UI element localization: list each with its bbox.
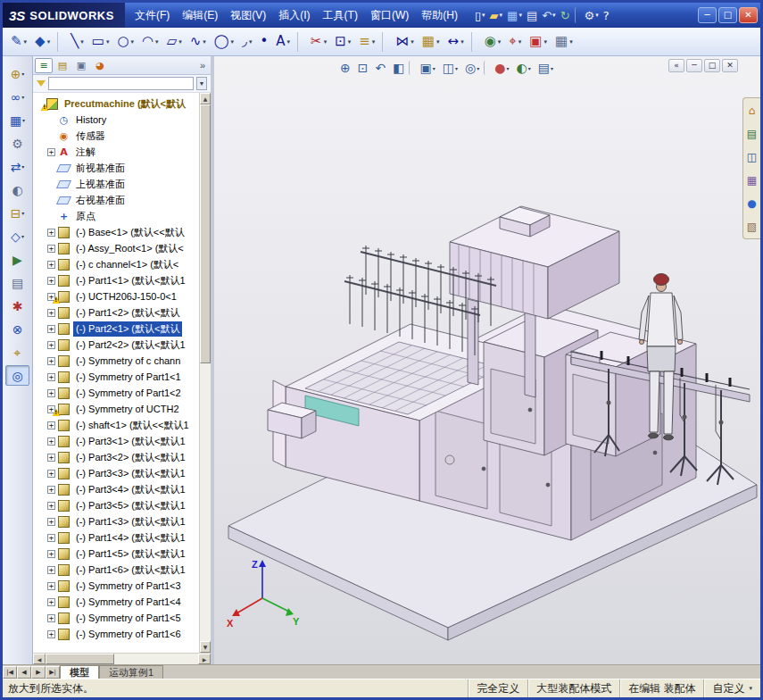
expander-icon[interactable]: +: [47, 245, 55, 253]
window-button-minimize[interactable]: ─: [698, 7, 717, 23]
assembly-tool-show-hidden-components[interactable]: ◐ ▾: [5, 179, 29, 200]
titlebar-tool-options[interactable]: ⚙ ▾: [583, 5, 601, 25]
sketch-tool-spline[interactable]: ∿ ▾: [187, 30, 210, 54]
assembly-tool-new-motion-study[interactable]: ▶ ▾: [5, 249, 29, 270]
menu-edit[interactable]: 编辑(E): [176, 3, 224, 28]
titlebar-tool-open[interactable]: ▰ ▾: [488, 5, 505, 25]
panel-tab-featuremanager-tree[interactable]: ≡: [35, 58, 53, 73]
tree-item-part1-3[interactable]: + (-) Part1<3> (默认<默认1: [36, 513, 198, 529]
tree-item-part3-4[interactable]: + (-) Part3<4> (默认<默认1: [36, 481, 198, 497]
expander-icon[interactable]: +: [47, 438, 55, 446]
expander-icon[interactable]: +: [47, 614, 55, 622]
tab-scroll-next[interactable]: ▶: [31, 666, 46, 679]
tree-item-sym-part1-2[interactable]: + (-) Symmetry of Part1<2: [36, 385, 198, 401]
view-tool-display-style[interactable]: ◫ ▾: [440, 59, 460, 77]
tree-item-origin[interactable]: + 原点: [36, 208, 198, 224]
assembly-tool-assembly-features[interactable]: ⊟ ▾: [5, 203, 29, 223]
panel-tab-displaymanager[interactable]: ◕: [91, 58, 109, 73]
expander-icon[interactable]: +: [47, 598, 55, 606]
expander-icon[interactable]: +: [47, 373, 55, 381]
assembly-tool-reference-geometry[interactable]: ◇ ▾: [5, 226, 29, 246]
tree-item-c-channel-1[interactable]: + (-) c channel<1> (默认<: [36, 256, 198, 272]
tree-item-front-plane[interactable]: + 前视基准面: [36, 160, 198, 176]
expander-icon[interactable]: +: [47, 566, 55, 574]
panel-tab-propertymanager[interactable]: ▤: [54, 58, 71, 73]
tree-item-right-plane[interactable]: + 右视基准面: [36, 192, 198, 208]
sketch-tool-display-relations[interactable]: ◉ ▾: [481, 30, 505, 54]
taskpane-tab-view-palette[interactable]: ▦: [744, 171, 759, 188]
expander-icon[interactable]: +: [47, 357, 55, 365]
panel-tabs-overflow[interactable]: »: [196, 60, 209, 71]
sketch-tool-trim-entities[interactable]: ✂ ▾: [307, 30, 330, 54]
sketch-tool-corner-rectangle[interactable]: ▭ ▾: [88, 30, 113, 54]
expander-icon[interactable]: +: [47, 421, 55, 429]
sketch-tool-linear-sketch-pattern[interactable]: ▦ ▾: [419, 30, 444, 54]
tree-item-sensors[interactable]: + 传感器: [36, 128, 198, 144]
view-tool-view-orientation[interactable]: ▣ ▾: [417, 59, 437, 77]
sketch-tool-point[interactable]: • ▾: [256, 30, 271, 54]
view-tool-zoom-to-area[interactable]: ⊡ ▾: [355, 59, 371, 77]
tree-item-part1-6[interactable]: + (-) Part1<6> (默认<默认1: [36, 562, 198, 578]
expander-icon[interactable]: +: [47, 309, 55, 317]
tree-item-part3-3[interactable]: + (-) Part3<3> (默认<默认1: [36, 465, 198, 481]
assembly-tool-bill-of-materials[interactable]: ▤ ▾: [5, 272, 29, 293]
view-tool-apply-scene[interactable]: ◐ ▾: [513, 59, 533, 77]
titlebar-tool-new[interactable]: ▯ ▾: [473, 5, 487, 25]
scroll-right-button[interactable]: ▶: [198, 654, 211, 664]
tree-item-part1-5[interactable]: + (-) Part1<5> (默认<默认1: [36, 546, 198, 562]
sketch-tool-ellipse[interactable]: ◯ ▾: [211, 30, 237, 54]
sketch-tool-polygon[interactable]: ▱ ▾: [163, 30, 186, 54]
tree-item-root[interactable]: - Precutmachine (默认<默认: [36, 96, 198, 112]
expander-icon[interactable]: +: [47, 325, 55, 333]
tree-item-top-plane[interactable]: + 上视基准面: [36, 176, 198, 192]
menu-window[interactable]: 窗口(W): [364, 3, 415, 28]
expander-icon[interactable]: +: [47, 341, 55, 349]
view-tool-section-view[interactable]: ◧ ▾: [390, 59, 407, 77]
tree-item-ucth206j-150-0-1[interactable]: + (-) UCTH206J-150-0<1: [36, 288, 198, 304]
doc-control-doc-minimize[interactable]: ─: [686, 59, 702, 72]
tree-item-sym-part1-1[interactable]: + (-) Symmetry of Part1<1: [36, 369, 198, 385]
sketch-tool-arc[interactable]: ◠ ▾: [138, 30, 162, 54]
assembly-tool-move-component[interactable]: ⇄ ▾: [5, 156, 29, 177]
tree-item-assy-root-1[interactable]: + (-) Assy_Root<1> (默认<: [36, 240, 198, 256]
expander-icon[interactable]: +: [47, 470, 55, 478]
tree-item-part1-1[interactable]: + (-) Part1<1> (默认<默认1: [36, 272, 198, 288]
sketch-tool-sketch[interactable]: ✎ ▾: [7, 30, 30, 54]
tree-item-sym-ucth[interactable]: + (-) Symmetry of UCTH2: [36, 401, 198, 417]
sketch-tool-smart-dimension[interactable]: ◆ ▾: [31, 30, 54, 54]
doc-control-doc-restore[interactable]: □: [704, 59, 720, 72]
expander-icon[interactable]: +: [47, 502, 55, 510]
doc-control-featuremanager-collapse[interactable]: «: [668, 59, 684, 72]
dropdown-arrow-icon[interactable]: ▾: [749, 679, 752, 697]
sketch-tool-mirror-entities[interactable]: ⋈ ▾: [392, 30, 418, 54]
doc-control-doc-close[interactable]: ✕: [722, 59, 738, 72]
panel-tab-configurationmanager[interactable]: ▣: [72, 58, 90, 73]
assembly-tool-component-pattern[interactable]: ▦ ▾: [5, 110, 29, 130]
sketch-tool-move-entities[interactable]: ↔ ▾: [444, 30, 468, 54]
sketch-tool-grid-system[interactable]: ▦ ▾: [552, 30, 576, 54]
tree-item-sym-part1-6[interactable]: + (-) Symmetry of Part1<6: [36, 626, 198, 642]
tab-scroll-prev[interactable]: ◀: [17, 666, 31, 679]
tree-item-sym-part1-3[interactable]: + (-) Symmetry of Part1<3: [36, 578, 198, 594]
tree-item-part1-4[interactable]: + (-) Part1<4> (默认<默认1: [36, 529, 198, 546]
expander-icon[interactable]: +: [47, 454, 55, 462]
expander-icon[interactable]: +: [47, 486, 55, 494]
scroll-up-button[interactable]: ▲: [200, 93, 211, 104]
window-button-maximize[interactable]: □: [718, 7, 737, 23]
tree-item-part2-2[interactable]: + (-) Part2<2> (默认<默认1: [36, 337, 198, 353]
menu-view[interactable]: 视图(V): [224, 3, 272, 28]
view-tool-previous-view[interactable]: ↶ ▾: [372, 59, 388, 77]
sketch-tool-sketch-fillet[interactable]: ◞ ▾: [238, 30, 255, 54]
tree-item-part3-5[interactable]: + (-) Part3<5> (默认<默认1: [36, 497, 198, 513]
expander-icon[interactable]: +: [47, 261, 55, 269]
sketch-tool-circle[interactable]: ○ ▾: [113, 30, 137, 54]
expander-icon[interactable]: +: [47, 534, 55, 542]
sketch-tool-offset-entities[interactable]: ≡ ▾: [355, 30, 378, 54]
scroll-down-button[interactable]: ▼: [200, 641, 211, 653]
tab-model[interactable]: 模型: [60, 665, 99, 679]
sketch-tool-text[interactable]: A ▾: [272, 30, 294, 54]
menu-tools[interactable]: 工具(T): [317, 3, 364, 28]
scroll-thumb[interactable]: [200, 104, 211, 363]
menu-insert[interactable]: 插入(I): [272, 3, 316, 28]
menu-help[interactable]: 帮助(H): [415, 3, 464, 28]
